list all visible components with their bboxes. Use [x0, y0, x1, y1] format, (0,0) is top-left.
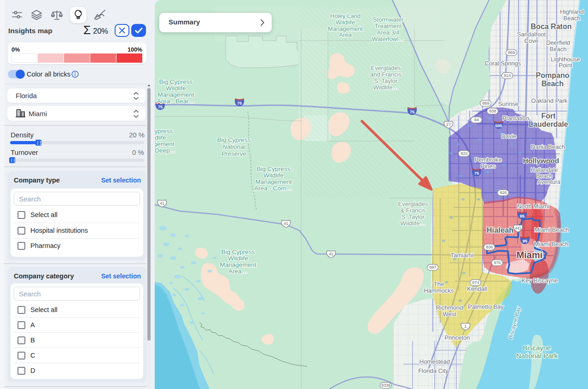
svg-text:Pines: Pines — [481, 163, 496, 170]
svg-text:75: 75 — [474, 171, 479, 176]
svg-text:Deerfield: Deerfield — [546, 39, 570, 46]
svg-text:441: 441 — [515, 226, 521, 230]
svg-text:Tamiami: Tamiami — [451, 252, 473, 259]
svg-text:Management: Management — [256, 178, 292, 185]
svg-text:75: 75 — [237, 100, 242, 106]
svg-text:Area…: Area… — [228, 268, 248, 275]
svg-text:95: 95 — [520, 213, 525, 218]
svg-text:Dania Beach: Dania Beach — [531, 143, 565, 150]
svg-text:Area - Bear…: Area - Bear… — [157, 98, 195, 105]
svg-text:Oakland Park: Oakland Park — [531, 97, 568, 104]
svg-text:Aventura: Aventura — [537, 179, 560, 185]
svg-text:75: 75 — [158, 104, 163, 109]
svg-text:Richmond: Richmond — [436, 304, 463, 311]
svg-text:Stormwater: Stormwater — [373, 16, 404, 23]
svg-text:Wildlife…: Wildlife… — [373, 84, 399, 91]
svg-text:Hollywood: Hollywood — [523, 157, 559, 165]
svg-text:Hialeah: Hialeah — [487, 226, 514, 234]
svg-text:Highland: Highland — [560, 8, 583, 15]
svg-text:976: 976 — [494, 260, 501, 265]
svg-text:National Park: National Park — [516, 352, 558, 360]
svg-text:Boca Raton: Boca Raton — [531, 23, 572, 30]
svg-text:Big Cypress: Big Cypress — [155, 128, 173, 135]
svg-text:Management: Management — [155, 141, 175, 147]
svg-text:869: 869 — [508, 50, 515, 55]
svg-text:Davie: Davie — [501, 133, 516, 140]
svg-text:Waterfowl…: Waterfowl… — [372, 35, 404, 42]
svg-text:Area 3/4: Area 3/4 — [377, 29, 399, 36]
svg-text:595: 595 — [495, 124, 502, 128]
svg-text:Kendall: Kendall — [467, 285, 487, 292]
svg-text:Sandalfoot: Sandalfoot — [517, 31, 546, 38]
svg-text:North Miami: North Miami — [517, 203, 549, 210]
svg-text:Beach: Beach — [536, 173, 552, 179]
svg-text:Miami: Miami — [517, 250, 543, 260]
svg-text:Everglades: Everglades — [371, 65, 401, 71]
svg-text:Preserve: Preserve — [221, 150, 246, 157]
svg-text:Beach: Beach — [564, 15, 581, 22]
svg-text:997: 997 — [429, 265, 436, 270]
svg-text:Miami Beach: Miami Beach — [534, 226, 569, 233]
svg-text:9336: 9336 — [382, 383, 390, 388]
svg-text:The: The — [434, 281, 444, 288]
svg-text:Beach: Beach — [550, 46, 567, 53]
svg-text:Plantation: Plantation — [502, 115, 529, 122]
svg-text:Wildlife: Wildlife — [228, 255, 248, 262]
svg-text:Pembroke: Pembroke — [474, 156, 501, 163]
svg-text:Sunrise: Sunrise — [498, 100, 518, 107]
svg-text:Everglades: Everglades — [398, 200, 428, 207]
svg-text:Lauderdale: Lauderdale — [529, 120, 568, 128]
svg-text:Management: Management — [158, 91, 194, 98]
svg-text:1: 1 — [464, 324, 466, 329]
svg-text:Homestead: Homestead — [419, 358, 450, 365]
svg-text:Wildlife: Wildlife — [155, 134, 166, 141]
svg-text:West: West — [442, 311, 456, 318]
svg-text:826: 826 — [500, 190, 506, 195]
svg-text:Hammocks: Hammocks — [424, 287, 454, 294]
svg-text:41: 41 — [284, 221, 288, 226]
svg-text:Palmetto Bay: Palmetto Bay — [468, 303, 504, 310]
svg-text:Treatment: Treatment — [375, 23, 402, 29]
svg-text:Florida City: Florida City — [418, 367, 448, 374]
svg-text:Miami Beach: Miami Beach — [534, 241, 568, 248]
svg-text:Wildlife: Wildlife — [263, 172, 284, 179]
svg-text:Big Cypress: Big Cypress — [159, 78, 193, 85]
svg-text:Fort: Fort — [541, 112, 556, 120]
svg-text:Management: Management — [220, 261, 256, 268]
svg-text:836: 836 — [486, 245, 493, 249]
svg-text:41: 41 — [329, 252, 333, 256]
svg-text:Area: Area — [339, 31, 352, 38]
svg-text:838: 838 — [489, 109, 496, 113]
svg-text:95: 95 — [523, 238, 528, 243]
svg-text:84: 84 — [474, 118, 479, 122]
svg-text:Coral Springs: Coral Springs — [485, 60, 521, 67]
svg-text:Big Cypress: Big Cypress — [217, 136, 251, 143]
svg-text:75: 75 — [410, 109, 415, 114]
svg-text:Pompano: Pompano — [536, 71, 570, 79]
svg-text:Point: Point — [559, 62, 572, 69]
svg-text:Beach: Beach — [541, 80, 564, 88]
svg-text:Cove: Cove — [524, 37, 538, 44]
svg-text:Holey Land: Holey Land — [330, 12, 361, 19]
svg-text:822: 822 — [460, 151, 467, 156]
svg-text:874: 874 — [472, 280, 479, 285]
svg-text:Hallandale: Hallandale — [530, 167, 558, 173]
svg-text:869: 869 — [482, 101, 489, 106]
svg-text:41: 41 — [160, 201, 164, 206]
svg-text:Princeton: Princeton — [445, 334, 470, 341]
svg-text:Big Cypress: Big Cypress — [221, 248, 255, 255]
svg-text:Wildlife: Wildlife — [336, 19, 355, 26]
svg-text:Biscayne: Biscayne — [523, 344, 551, 352]
svg-text:& Francis: & Francis — [401, 207, 426, 214]
svg-text:Area - Corn…: Area - Corn… — [254, 185, 292, 192]
svg-text:27: 27 — [446, 122, 451, 127]
svg-text:Big Cypress: Big Cypress — [257, 165, 291, 172]
svg-text:Wildlife…: Wildlife… — [401, 220, 426, 227]
svg-text:Area - Deep…: Area - Deep… — [155, 147, 176, 154]
svg-text:Wildlife: Wildlife — [166, 85, 186, 92]
svg-text:S. Taylor: S. Taylor — [374, 77, 398, 84]
svg-text:S. Taylor: S. Taylor — [402, 213, 425, 220]
svg-text:and Francis: and Francis — [370, 71, 402, 78]
svg-text:814: 814 — [504, 73, 511, 78]
svg-text:Key Biscayne: Key Biscayne — [522, 277, 558, 284]
